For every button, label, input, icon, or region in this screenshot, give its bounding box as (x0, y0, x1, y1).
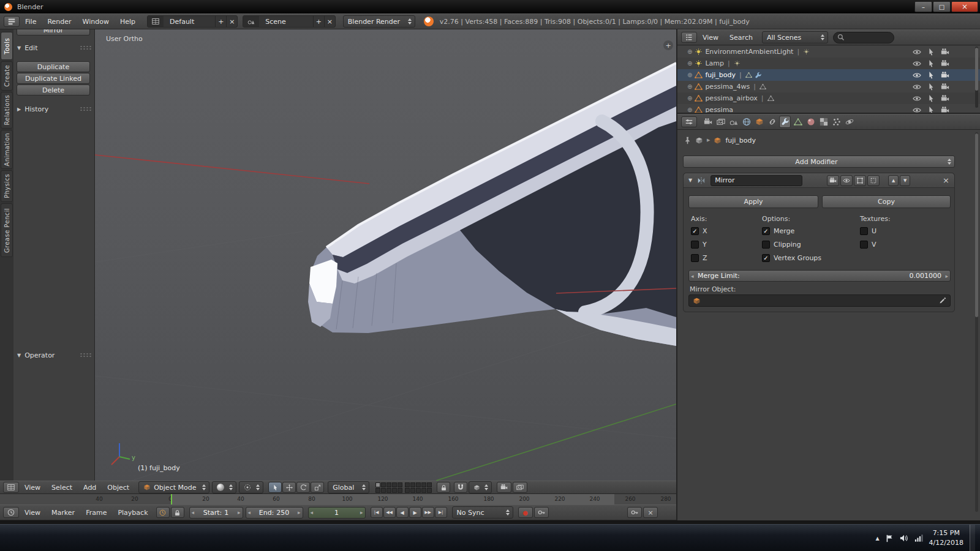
sync-mode-dropdown[interactable]: No Sync (452, 506, 513, 519)
volume-icon[interactable] (900, 534, 908, 542)
outliner-menu-view[interactable]: View (697, 30, 724, 45)
current-frame-field[interactable]: ◂ 1 ▸ (308, 507, 366, 519)
editmode-toggle-button[interactable] (854, 175, 866, 186)
viewport-3d[interactable]: User Ortho + y (1) fuji_body (95, 29, 676, 481)
renderable-icon[interactable] (941, 71, 949, 80)
editor-type-button[interactable] (3, 507, 19, 518)
scrollbar-thumb[interactable] (975, 133, 978, 317)
texture-u-checkbox[interactable]: U (860, 227, 876, 235)
add-layout-button[interactable]: + (215, 16, 226, 27)
layer-cell[interactable] (398, 482, 402, 487)
opengl-render-anim-button[interactable] (513, 482, 527, 493)
layer-cell[interactable] (386, 482, 391, 487)
editor-type-button[interactable] (3, 482, 19, 493)
menu-marker[interactable]: Marker (46, 505, 80, 520)
clipping-checkbox[interactable]: Clipping (762, 241, 801, 249)
selectable-icon[interactable] (927, 71, 935, 80)
outliner-row-pessima-4ws[interactable]: ⊕ pessima_4ws | (677, 81, 980, 92)
cage-toggle-button[interactable] (867, 175, 880, 186)
start-frame-field[interactable]: ◂ Start: 1 ▸ (189, 507, 243, 519)
menu-window[interactable]: Window (77, 14, 115, 29)
checkbox[interactable] (691, 254, 699, 262)
history-panel-header[interactable]: ▶ History (17, 104, 92, 114)
object-context-icon[interactable] (695, 137, 703, 144)
tab-constraints-icon[interactable] (766, 116, 778, 128)
operator-panel-header[interactable]: ▼ Operator (17, 350, 92, 360)
decrement-arrow-icon[interactable]: ◂ (248, 509, 251, 515)
tab-object-data-icon[interactable] (792, 116, 804, 128)
layer-cell[interactable] (421, 488, 426, 493)
menu-frame[interactable]: Frame (80, 505, 112, 520)
expand-icon[interactable]: ⊕ (687, 95, 692, 102)
selectable-icon[interactable] (927, 59, 935, 68)
increment-arrow-icon[interactable]: ▸ (360, 509, 363, 515)
merge-limit-field[interactable]: ◂ Merge Limit: 0.001000 ▸ (688, 270, 951, 282)
translate-manipulator-button[interactable] (282, 482, 296, 493)
scrollbar-thumb[interactable] (975, 48, 978, 91)
menu-add[interactable]: Add (78, 481, 102, 493)
viewport-expand-button[interactable]: + (663, 40, 673, 50)
menu-object[interactable]: Object (102, 481, 135, 493)
tab-material-icon[interactable] (805, 116, 816, 128)
tab-particles-icon[interactable] (831, 116, 842, 128)
layer-cell[interactable] (381, 482, 386, 487)
taskbar-clock[interactable]: 7:15 PM 4/12/2018 (929, 528, 963, 549)
renderable-icon[interactable] (941, 83, 949, 91)
tab-create[interactable]: Create (1, 61, 13, 91)
timeline-ruler[interactable]: 40 20 0 20 40 60 80 100 120 140 160 180 … (0, 494, 676, 504)
keying-set-button[interactable] (534, 507, 549, 518)
manipulator-toggle-button[interactable] (268, 482, 282, 493)
add-modifier-dropdown[interactable]: Add Modifier (683, 156, 955, 168)
checkbox[interactable]: ✓ (762, 254, 770, 262)
selectable-icon[interactable] (927, 106, 935, 113)
increment-arrow-icon[interactable]: ▸ (298, 509, 301, 515)
edit-panel-header[interactable]: ▼ Edit (17, 43, 92, 53)
current-frame-marker[interactable] (171, 494, 172, 504)
layer-cell[interactable] (421, 482, 426, 487)
checkbox[interactable]: ✓ (691, 227, 699, 235)
lamp-data-icon[interactable] (734, 60, 741, 67)
viewport-shading-dropdown[interactable] (212, 481, 236, 493)
copy-button[interactable]: Copy (822, 195, 951, 208)
merge-checkbox[interactable]: ✓Merge (762, 227, 794, 235)
menu-render[interactable]: Render (42, 14, 77, 29)
realtime-toggle-button[interactable] (840, 175, 853, 186)
increment-arrow-icon[interactable]: ▸ (945, 273, 948, 279)
delete-scene-button[interactable]: × (324, 16, 335, 27)
delete-layout-button[interactable]: × (226, 16, 237, 27)
menu-view[interactable]: View (19, 505, 46, 520)
tab-texture-icon[interactable] (818, 116, 829, 128)
mesh-data-icon[interactable] (767, 95, 774, 102)
minimize-button[interactable]: – (914, 1, 932, 12)
layer-cell[interactable] (398, 488, 402, 493)
expand-icon[interactable]: ⊕ (687, 48, 692, 55)
transform-orientation-dropdown[interactable]: Global (328, 481, 369, 493)
renderable-icon[interactable] (941, 48, 949, 56)
pin-icon[interactable] (684, 137, 692, 144)
pivot-point-dropdown[interactable] (239, 481, 263, 493)
maximize-button[interactable]: □ (933, 1, 951, 12)
preview-range-button[interactable] (156, 507, 170, 518)
modifier-name-input[interactable]: Mirror (710, 175, 802, 186)
panel-drag-grip[interactable] (80, 107, 92, 111)
checkbox[interactable] (860, 241, 868, 249)
layer-cell[interactable] (427, 488, 432, 493)
axis-z-checkbox[interactable]: Z (691, 254, 707, 262)
object-name[interactable]: EnvironmentAmbientLight (705, 48, 793, 56)
expand-icon[interactable]: ⊕ (687, 83, 692, 90)
jump-to-end-button[interactable]: ▶| (435, 507, 447, 518)
add-scene-button[interactable]: + (313, 16, 324, 27)
tab-modifiers-icon[interactable] (779, 116, 791, 128)
checkbox[interactable]: ✓ (762, 227, 770, 235)
render-toggle-button[interactable] (827, 175, 839, 186)
layer-cell[interactable] (410, 482, 415, 487)
layer-cell[interactable] (410, 488, 415, 493)
play-reverse-button[interactable]: ◀ (396, 507, 409, 518)
eyedropper-icon[interactable] (939, 297, 946, 304)
checkbox[interactable] (860, 227, 868, 235)
layer-cell[interactable] (405, 488, 410, 493)
snap-toggle-button[interactable] (454, 482, 467, 493)
outliner-row-lamp[interactable]: ⊕ Lamp | (677, 58, 980, 69)
screen-layout-icon-button[interactable] (148, 16, 164, 27)
play-button[interactable]: ▶ (409, 507, 421, 518)
